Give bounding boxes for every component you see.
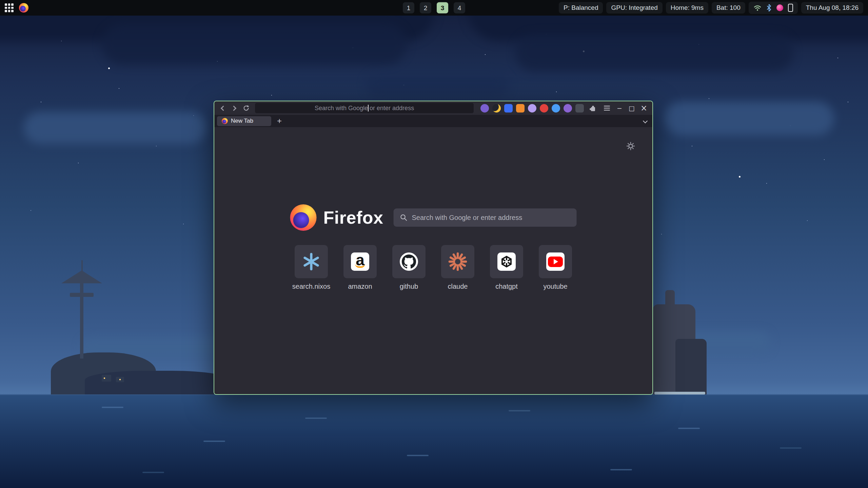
new-tab-page: Firefox Search with Google or enter addr… [214,127,652,394]
home-latency-label: Home: 9ms [671,4,704,12]
navigation-toolbar: Search with Google or enter address [214,101,652,115]
text-caret [368,105,369,111]
search-icon [399,214,408,222]
tab-title: New Tab [231,118,253,124]
status-modules: P: Balanced GPU: Integrated Home: 9ms Ba… [559,2,863,14]
clock-label: Thu Aug 08, 18:26 [806,4,859,12]
shortcut-amazon[interactable]: a amazon [343,245,377,290]
tile-box [490,245,523,278]
forward-icon [231,105,236,111]
firefox-window: Search with Google or enter address [214,101,653,395]
github-icon [400,252,418,271]
workspace-button-1[interactable]: 1 [403,2,414,14]
tile-label: amazon [348,283,372,290]
cloud [665,102,834,136]
watchtower-platform [70,293,94,297]
new-tab-button[interactable]: + [275,116,284,126]
extension-icon-8[interactable] [564,104,572,113]
extension-icon-1[interactable] [480,104,489,113]
firefox-wordmark: Firefox [323,207,383,228]
extension-icon-4[interactable] [516,104,525,113]
shortcut-github[interactable]: github [392,245,426,290]
tile-box [295,245,328,278]
cliff-spire [665,290,675,311]
cloud [366,73,509,97]
bluetooth-icon[interactable] [766,4,772,12]
home-latency-status: Home: 9ms [666,2,708,14]
amazon-icon: a [351,252,369,271]
newtab-search-input[interactable]: Search with Google or enter address [393,208,576,227]
shortcut-youtube[interactable]: youtube [539,245,572,290]
extension-toolbar [480,103,612,113]
system-tray [749,2,798,14]
firefox-logo [290,204,317,231]
window-controls: − □ × [614,103,649,113]
minimize-button[interactable]: − [614,103,625,113]
tab-strip: New Tab + [214,115,652,127]
firefox-brand-row: Firefox Search with Google or enter addr… [290,204,577,231]
tile-label: chatgpt [495,283,518,290]
tile-box [539,245,572,278]
shortcut-search-nixos[interactable]: search.nixos [295,245,328,290]
battery-status: Bat: 100 [712,2,745,14]
list-all-tabs-chevron-icon[interactable] [643,119,648,123]
battery-label: Bat: 100 [716,4,741,12]
wifi-icon[interactable] [753,4,762,11]
maximize-button[interactable]: □ [627,103,637,113]
shortcut-tiles: search.nixos a amazon [295,245,572,290]
extension-icon-9[interactable] [575,104,584,113]
clock[interactable]: Thu Aug 08, 18:26 [801,2,863,14]
url-bar-placeholder: Search with Google or enter address [315,105,414,112]
night-light-icon[interactable] [776,4,783,11]
tab-new-tab[interactable]: New Tab [217,116,271,126]
extension-icon-5[interactable] [528,104,536,113]
firefox-launcher-icon[interactable] [19,3,28,13]
close-button[interactable]: × [639,103,649,113]
island-left-shore [85,371,231,394]
cloud [102,24,407,64]
shortcut-chatgpt[interactable]: chatgpt [490,245,523,290]
power-profile-status: P: Balanced [559,2,603,14]
cloud [24,112,207,144]
claude-icon [448,252,468,271]
cloud [515,34,793,71]
tile-box: a [343,245,377,278]
extension-icon-3[interactable] [504,104,513,113]
newtab-search-placeholder: Search with Google or enter address [412,214,522,222]
tile-label: youtube [543,283,567,290]
youtube-icon [546,252,565,271]
power-profile-label: P: Balanced [564,4,598,12]
workspace-button-3[interactable]: 3 [437,2,448,14]
beach-strip [654,392,705,394]
watchtower-roof [61,270,102,283]
nixos-icon [302,252,321,271]
play-triangle [554,259,558,264]
tile-label: github [400,283,418,290]
tablet-icon[interactable] [788,4,793,12]
forward-button[interactable] [230,103,239,113]
app-launcher-icon[interactable] [5,3,14,12]
extension-icon-6[interactable] [540,104,548,113]
menu-icon[interactable] [601,103,612,113]
gpu-status: GPU: Integrated [606,2,662,14]
gpu-label: GPU: Integrated [611,4,657,12]
extension-icon-7[interactable] [552,104,560,113]
desktop: 1 2 3 4 P: Balanced GPU: Integrated Home… [0,0,868,488]
back-button[interactable] [218,103,228,113]
tile-label: search.nixos [292,283,330,290]
hut [102,375,111,382]
firefox-favicon [222,118,228,124]
workspace-button-4[interactable]: 4 [454,2,465,14]
extensions-puzzle-icon[interactable] [587,103,598,113]
url-bar[interactable]: Search with Google or enter address [255,103,474,113]
chatgpt-icon [497,252,516,271]
shortcut-claude[interactable]: claude [441,245,474,290]
extension-icon-2[interactable] [492,104,501,113]
reload-icon [242,104,250,112]
hut [116,377,124,382]
top-bar: 1 2 3 4 P: Balanced GPU: Integrated Home… [0,0,868,16]
reload-button[interactable] [241,103,251,113]
workspace-button-2[interactable]: 2 [420,2,431,14]
gear-icon [626,141,635,151]
personalize-button[interactable] [625,141,636,151]
